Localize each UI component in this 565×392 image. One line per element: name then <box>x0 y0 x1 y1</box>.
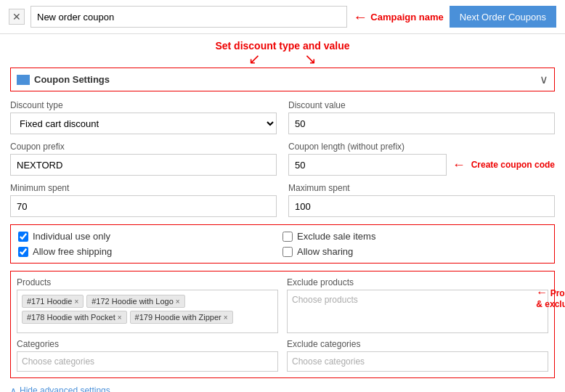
arrow-left-icon: ← <box>353 9 367 25</box>
exclude-products-label: Exclude products <box>287 277 548 287</box>
allow-sharing-group: Allow sharing <box>282 246 547 257</box>
categories-box[interactable]: Choose categories <box>17 351 278 372</box>
arrow-down-right-icon: ↘ <box>304 52 317 66</box>
remove-product-1[interactable]: × <box>74 298 78 306</box>
coupon-settings-section: Coupon Settings ∨ <box>10 68 555 91</box>
exclude-products-box[interactable]: Choose products <box>287 290 548 333</box>
conditions-section: Individual use only Allow free shipping … <box>10 224 555 264</box>
close-button[interactable]: ✕ <box>9 9 25 25</box>
allow-sharing-checkbox[interactable] <box>282 247 293 257</box>
exclude-categories-box[interactable]: Choose categories <box>287 351 548 372</box>
free-shipping-label: Allow free shipping <box>33 246 112 257</box>
categories-placeholder: Choose categories <box>22 356 94 367</box>
products-annotation: ← Product/category including& excluding … <box>536 286 565 309</box>
next-order-coupons-button[interactable]: Next Order Coupons <box>450 6 556 28</box>
coupon-length-group: Coupon length (without prefix) ← Create … <box>288 142 555 176</box>
max-spent-input[interactable] <box>288 195 555 217</box>
product-tag-1: #171 Hoodie × <box>22 295 84 308</box>
discount-value-input[interactable] <box>288 113 555 134</box>
individual-use-group: Individual use only <box>18 231 282 242</box>
discount-type-label: Discount type <box>10 100 277 110</box>
individual-use-label: Individual use only <box>33 231 110 242</box>
coupon-prefix-group: Coupon prefix <box>10 142 277 176</box>
set-discount-annotation: Set discount type and value <box>215 40 349 52</box>
chevron-up-icon: ∧ <box>10 385 17 392</box>
coupon-length-label: Coupon length (without prefix) <box>288 142 555 152</box>
campaign-name-input[interactable] <box>31 6 347 28</box>
categories-row: Categories Choose categories Exclude cat… <box>17 339 548 372</box>
spent-row: Minimum spent Maximum spent <box>10 183 555 217</box>
products-section: Products #171 Hoodie × #172 Hoodie with … <box>10 271 555 378</box>
exclude-categories-group: Exclude categories Choose categories <box>287 339 548 372</box>
discount-type-select[interactable]: Fixed cart discount <box>10 113 277 134</box>
products-row: Products #171 Hoodie × #172 Hoodie with … <box>17 277 548 333</box>
discount-value-label: Discount value <box>288 100 555 110</box>
discount-type-group: Discount type Fixed cart discount <box>10 100 277 134</box>
coupon-prefix-input[interactable] <box>10 154 277 176</box>
discount-row: Discount type Fixed cart discount Discou… <box>10 100 555 134</box>
exclude-categories-label: Exclude categories <box>287 339 548 349</box>
products-label: Products <box>17 277 278 287</box>
campaign-annotation: ← Campaign name <box>353 9 443 25</box>
chevron-down-icon[interactable]: ∨ <box>540 73 548 86</box>
section-title: Coupon Settings <box>17 74 110 85</box>
product-tag-2: #172 Hoodie with Logo × <box>86 295 184 308</box>
top-bar: ✕ ← Campaign name Next Order Coupons <box>0 0 565 34</box>
individual-use-checkbox[interactable] <box>18 232 28 242</box>
exclude-sale-checkbox[interactable] <box>282 232 293 242</box>
coupon-prefix-label: Coupon prefix <box>10 142 277 152</box>
free-shipping-group: Allow free shipping <box>18 246 282 257</box>
min-spent-input[interactable] <box>10 195 277 217</box>
coupon-length-input[interactable] <box>288 154 447 176</box>
coupon-code-annotation: Create coupon code <box>471 160 555 170</box>
max-spent-label: Maximum spent <box>288 183 555 193</box>
product-tag-4: #179 Hoodie with Zipper × <box>130 311 233 324</box>
section-title-text: Coupon Settings <box>34 74 110 85</box>
arrow-products-icon: ← <box>536 286 548 298</box>
hide-settings-link[interactable]: ∧ Hide advanced settings <box>10 385 555 392</box>
exclude-categories-placeholder: Choose categories <box>292 356 365 367</box>
product-tag-3: #178 Hoodie with Pocket × <box>22 311 127 324</box>
set-discount-annotation-area: Set discount type and value ↙ ↘ <box>0 34 565 68</box>
arrow-down-left-icon: ↙ <box>248 52 261 66</box>
coupon-settings-icon <box>17 75 30 85</box>
allow-sharing-label: Allow sharing <box>297 246 353 257</box>
categories-group: Categories Choose categories <box>17 339 278 372</box>
exclude-sale-group: Exclude sale items <box>282 231 547 242</box>
coupon-prefix-row: Coupon prefix Coupon length (without pre… <box>10 142 555 176</box>
remove-product-4[interactable]: × <box>224 314 228 322</box>
discount-value-group: Discount value <box>288 100 555 134</box>
main-content: Coupon Settings ∨ Discount type Fixed ca… <box>0 68 565 392</box>
products-tags-box[interactable]: #171 Hoodie × #172 Hoodie with Logo × #1… <box>17 290 278 333</box>
products-group: Products #171 Hoodie × #172 Hoodie with … <box>17 277 278 333</box>
arrow-coupon-code-icon: ← <box>452 158 466 173</box>
conditions-left: Individual use only Allow free shipping <box>18 231 282 257</box>
exclude-sale-label: Exclude sale items <box>297 231 375 242</box>
min-spent-label: Minimum spent <box>10 183 277 193</box>
min-spent-group: Minimum spent <box>10 183 277 217</box>
categories-label: Categories <box>17 339 278 349</box>
remove-product-3[interactable]: × <box>118 314 122 322</box>
conditions-right: Exclude sale items Allow sharing <box>282 231 547 257</box>
free-shipping-checkbox[interactable] <box>18 247 28 257</box>
max-spent-group: Maximum spent <box>288 183 555 217</box>
exclude-products-placeholder: Choose products <box>292 295 358 305</box>
hide-settings-label: Hide advanced settings <box>20 385 110 392</box>
close-icon: ✕ <box>12 11 21 23</box>
remove-product-2[interactable]: × <box>176 298 180 306</box>
exclude-products-group: Exclude products Choose products <box>287 277 548 333</box>
